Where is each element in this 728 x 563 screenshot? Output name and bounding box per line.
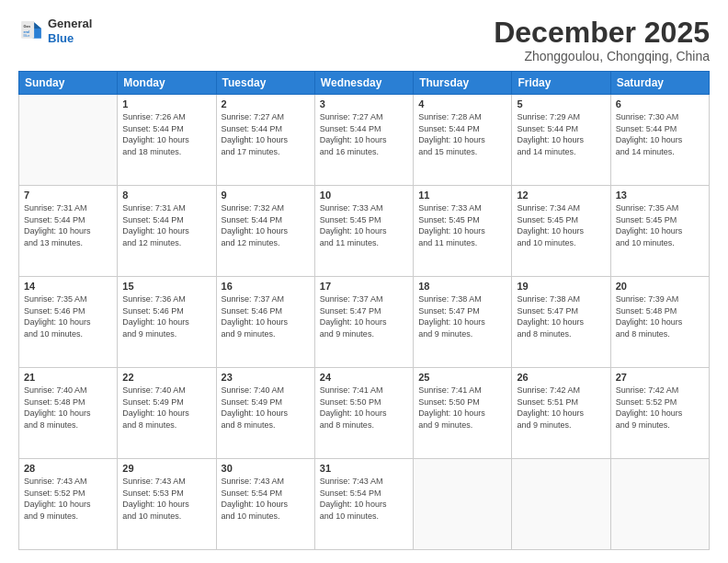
day-number: 4 <box>418 98 506 109</box>
logo-text: General Blue <box>48 17 92 45</box>
logo-general: General <box>48 17 92 30</box>
calendar-cell: 29Sunrise: 7:43 AM Sunset: 5:53 PM Dayli… <box>118 459 216 550</box>
cell-info: Sunrise: 7:30 AM Sunset: 5:44 PM Dayligh… <box>616 111 704 157</box>
cell-info: Sunrise: 7:40 AM Sunset: 5:49 PM Dayligh… <box>222 385 310 431</box>
calendar-cell: 11Sunrise: 7:33 AM Sunset: 5:45 PM Dayli… <box>414 186 512 277</box>
calendar-cell <box>19 95 118 186</box>
cell-info: Sunrise: 7:37 AM Sunset: 5:47 PM Dayligh… <box>320 293 408 339</box>
cell-info: Sunrise: 7:27 AM Sunset: 5:44 PM Dayligh… <box>222 111 310 157</box>
cell-info: Sunrise: 7:42 AM Sunset: 5:52 PM Dayligh… <box>616 385 704 431</box>
day-number: 9 <box>222 190 310 201</box>
day-number: 27 <box>616 372 704 383</box>
cell-info: Sunrise: 7:33 AM Sunset: 5:45 PM Dayligh… <box>418 202 506 248</box>
cell-info: Sunrise: 7:42 AM Sunset: 5:51 PM Dayligh… <box>517 385 605 431</box>
calendar-cell: 9Sunrise: 7:32 AM Sunset: 5:44 PM Daylig… <box>216 186 314 277</box>
cell-info: Sunrise: 7:33 AM Sunset: 5:45 PM Dayligh… <box>320 202 408 248</box>
day-number: 15 <box>122 281 210 292</box>
cell-info: Sunrise: 7:27 AM Sunset: 5:44 PM Dayligh… <box>320 111 408 157</box>
day-number: 20 <box>616 281 704 292</box>
calendar-cell <box>414 459 512 550</box>
day-number: 25 <box>418 372 506 383</box>
day-number: 31 <box>320 463 408 474</box>
svg-text:eral: eral <box>23 29 29 33</box>
calendar-cell: 23Sunrise: 7:40 AM Sunset: 5:49 PM Dayli… <box>216 368 314 459</box>
calendar-cell: 6Sunrise: 7:30 AM Sunset: 5:44 PM Daylig… <box>610 95 709 186</box>
cell-info: Sunrise: 7:31 AM Sunset: 5:44 PM Dayligh… <box>24 202 112 248</box>
cell-info: Sunrise: 7:43 AM Sunset: 5:53 PM Dayligh… <box>122 476 210 522</box>
calendar-header-tuesday: Tuesday <box>216 72 314 95</box>
day-number: 29 <box>122 463 210 474</box>
month-title: December 2025 <box>494 17 710 49</box>
calendar-cell: 18Sunrise: 7:38 AM Sunset: 5:47 PM Dayli… <box>414 277 512 368</box>
calendar-cell <box>610 459 709 550</box>
calendar-cell: 26Sunrise: 7:42 AM Sunset: 5:51 PM Dayli… <box>512 368 610 459</box>
cell-info: Sunrise: 7:43 AM Sunset: 5:52 PM Dayligh… <box>24 476 112 522</box>
calendar-week-1: 1Sunrise: 7:26 AM Sunset: 5:44 PM Daylig… <box>19 95 710 186</box>
calendar-cell: 24Sunrise: 7:41 AM Sunset: 5:50 PM Dayli… <box>314 368 413 459</box>
day-number: 5 <box>517 98 605 109</box>
calendar-cell: 19Sunrise: 7:38 AM Sunset: 5:47 PM Dayli… <box>512 277 610 368</box>
day-number: 12 <box>517 190 605 201</box>
cell-info: Sunrise: 7:43 AM Sunset: 5:54 PM Dayligh… <box>320 476 408 522</box>
cell-info: Sunrise: 7:43 AM Sunset: 5:54 PM Dayligh… <box>222 476 310 522</box>
calendar-cell: 10Sunrise: 7:33 AM Sunset: 5:45 PM Dayli… <box>314 186 413 277</box>
day-number: 17 <box>320 281 408 292</box>
cell-info: Sunrise: 7:37 AM Sunset: 5:46 PM Dayligh… <box>222 293 310 339</box>
page: Gen eral Blue General Blue December 2025… <box>0 0 728 563</box>
day-number: 18 <box>418 281 506 292</box>
cell-info: Sunrise: 7:41 AM Sunset: 5:50 PM Dayligh… <box>320 385 408 431</box>
day-number: 19 <box>517 281 605 292</box>
day-number: 10 <box>320 190 408 201</box>
day-number: 30 <box>222 463 310 474</box>
svg-text:Blue: Blue <box>23 34 29 38</box>
calendar-week-5: 28Sunrise: 7:43 AM Sunset: 5:52 PM Dayli… <box>19 459 710 550</box>
calendar-cell: 21Sunrise: 7:40 AM Sunset: 5:48 PM Dayli… <box>19 368 118 459</box>
calendar-cell: 4Sunrise: 7:28 AM Sunset: 5:44 PM Daylig… <box>414 95 512 186</box>
calendar-cell: 25Sunrise: 7:41 AM Sunset: 5:50 PM Dayli… <box>414 368 512 459</box>
day-number: 22 <box>122 372 210 383</box>
day-number: 2 <box>222 98 310 109</box>
day-number: 11 <box>418 190 506 201</box>
calendar-cell: 14Sunrise: 7:35 AM Sunset: 5:46 PM Dayli… <box>19 277 118 368</box>
calendar-header-wednesday: Wednesday <box>314 72 413 95</box>
calendar-header-row: SundayMondayTuesdayWednesdayThursdayFrid… <box>19 72 710 95</box>
day-number: 23 <box>222 372 310 383</box>
calendar-cell: 22Sunrise: 7:40 AM Sunset: 5:49 PM Dayli… <box>118 368 216 459</box>
logo: Gen eral Blue General Blue <box>18 17 92 45</box>
cell-info: Sunrise: 7:40 AM Sunset: 5:48 PM Dayligh… <box>24 385 112 431</box>
calendar-cell: 20Sunrise: 7:39 AM Sunset: 5:48 PM Dayli… <box>610 277 709 368</box>
calendar-cell: 27Sunrise: 7:42 AM Sunset: 5:52 PM Dayli… <box>610 368 709 459</box>
calendar-cell: 1Sunrise: 7:26 AM Sunset: 5:44 PM Daylig… <box>118 95 216 186</box>
svg-text:Gen: Gen <box>23 24 30 29</box>
calendar-cell: 15Sunrise: 7:36 AM Sunset: 5:46 PM Dayli… <box>118 277 216 368</box>
day-number: 8 <box>122 190 210 201</box>
calendar-cell <box>512 459 610 550</box>
cell-info: Sunrise: 7:28 AM Sunset: 5:44 PM Dayligh… <box>418 111 506 157</box>
calendar-cell: 13Sunrise: 7:35 AM Sunset: 5:45 PM Dayli… <box>610 186 709 277</box>
cell-info: Sunrise: 7:40 AM Sunset: 5:49 PM Dayligh… <box>122 385 210 431</box>
cell-info: Sunrise: 7:29 AM Sunset: 5:44 PM Dayligh… <box>517 111 605 157</box>
day-number: 3 <box>320 98 408 109</box>
day-number: 26 <box>517 372 605 383</box>
day-number: 7 <box>24 190 112 201</box>
day-number: 14 <box>24 281 112 292</box>
calendar-table: SundayMondayTuesdayWednesdayThursdayFrid… <box>18 71 710 550</box>
logo-icon: Gen eral Blue <box>18 18 44 44</box>
calendar-cell: 7Sunrise: 7:31 AM Sunset: 5:44 PM Daylig… <box>19 186 118 277</box>
calendar-cell: 5Sunrise: 7:29 AM Sunset: 5:44 PM Daylig… <box>512 95 610 186</box>
day-number: 21 <box>24 372 112 383</box>
cell-info: Sunrise: 7:32 AM Sunset: 5:44 PM Dayligh… <box>222 202 310 248</box>
location: Zhonggoulou, Chongqing, China <box>494 49 710 63</box>
cell-info: Sunrise: 7:35 AM Sunset: 5:45 PM Dayligh… <box>616 202 704 248</box>
logo-blue: Blue <box>48 31 74 45</box>
calendar-week-4: 21Sunrise: 7:40 AM Sunset: 5:48 PM Dayli… <box>19 368 710 459</box>
day-number: 13 <box>616 190 704 201</box>
calendar-cell: 17Sunrise: 7:37 AM Sunset: 5:47 PM Dayli… <box>314 277 413 368</box>
header: Gen eral Blue General Blue December 2025… <box>18 17 710 63</box>
calendar-cell: 28Sunrise: 7:43 AM Sunset: 5:52 PM Dayli… <box>19 459 118 550</box>
cell-info: Sunrise: 7:38 AM Sunset: 5:47 PM Dayligh… <box>418 293 506 339</box>
calendar-week-3: 14Sunrise: 7:35 AM Sunset: 5:46 PM Dayli… <box>19 277 710 368</box>
title-block: December 2025 Zhonggoulou, Chongqing, Ch… <box>494 17 710 63</box>
calendar-header-saturday: Saturday <box>610 72 709 95</box>
day-number: 6 <box>616 98 704 109</box>
